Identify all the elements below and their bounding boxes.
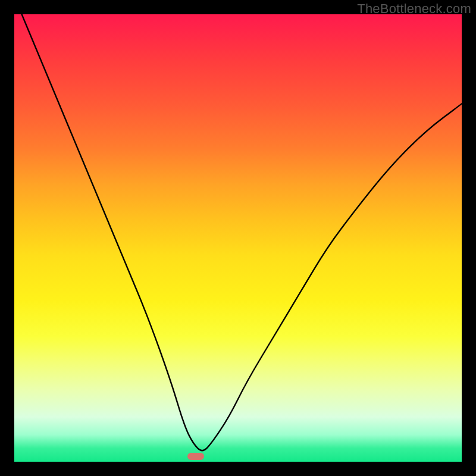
chart-background (14, 14, 462, 462)
chart-frame: TheBottleneck.com (0, 0, 476, 476)
watermark-text: TheBottleneck.com (357, 1, 471, 17)
chart-minimum-marker (187, 453, 204, 460)
